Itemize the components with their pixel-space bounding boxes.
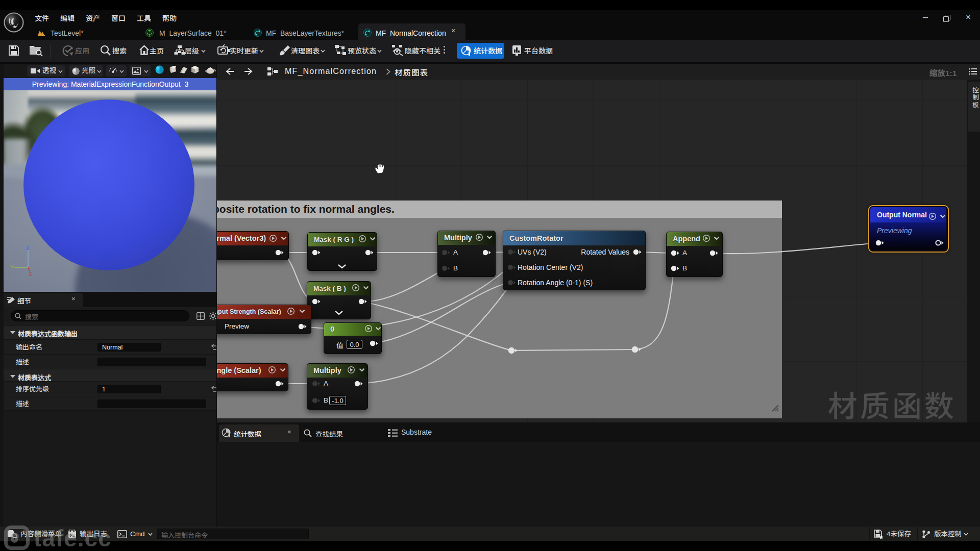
svg-text:Y: Y [10, 264, 14, 270]
svg-text:Z: Z [26, 246, 30, 251]
svg-text:X: X [29, 271, 33, 277]
